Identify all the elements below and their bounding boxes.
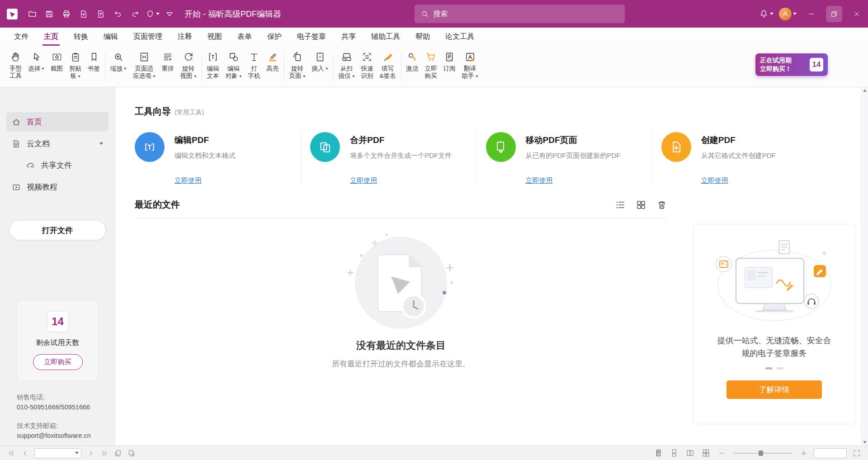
use-now-link[interactable]: 立即使用 xyxy=(526,176,553,185)
ribbon-from-scanner[interactable]: 从扫 描仪 xyxy=(335,49,358,80)
next-view-icon[interactable] xyxy=(126,448,137,459)
menu-esign[interactable]: 电子签章 xyxy=(289,28,334,46)
menu-share[interactable]: 共享 xyxy=(334,28,363,46)
ribbon-typewriter[interactable]: 打 字机 xyxy=(245,49,264,80)
ribbon-hand-tool[interactable]: 手型 工具 xyxy=(6,49,25,80)
menu-home[interactable]: 主页 xyxy=(36,28,66,46)
sidebar-item-home[interactable]: 首页 xyxy=(6,112,108,132)
single-page-view-icon[interactable] xyxy=(652,448,664,459)
menu-accessibility[interactable]: 辅助工具 xyxy=(363,28,408,46)
print-icon[interactable] xyxy=(58,5,75,23)
ribbon-select[interactable]: 选择 xyxy=(25,49,47,72)
first-page-icon[interactable] xyxy=(5,448,17,459)
next-page-icon[interactable] xyxy=(85,448,97,459)
menu-page-organize[interactable]: 页面管理 xyxy=(126,28,170,46)
previous-view-icon[interactable] xyxy=(112,448,124,459)
ribbon-fill-sign[interactable]: 填写 &签名 xyxy=(377,49,399,80)
zoom-slider[interactable] xyxy=(733,453,792,454)
customize-toolbar-icon[interactable] xyxy=(161,5,178,23)
use-now-link[interactable]: 立即使用 xyxy=(350,176,377,185)
sidebar-item-cloud-docs[interactable]: 云文档 xyxy=(6,134,108,153)
carousel-dot[interactable] xyxy=(765,367,773,370)
ribbon-buy-now[interactable]: 立即 购买 xyxy=(422,49,440,80)
use-now-link[interactable]: 立即使用 xyxy=(701,176,728,185)
zoom-out-icon[interactable] xyxy=(716,448,727,459)
tool-card-move-pdf-pages[interactable]: 移动PDF页面 从已有的PDF页面创建新的PDF 立即使用 xyxy=(476,130,652,185)
export-pdf-icon[interactable] xyxy=(75,5,92,23)
menu-edit[interactable]: 编辑 xyxy=(96,28,126,46)
notifications-bell-icon[interactable] xyxy=(758,5,775,23)
menu-comment[interactable]: 注释 xyxy=(170,28,200,46)
menu-view[interactable]: 视图 xyxy=(200,28,230,46)
use-now-link[interactable]: 立即使用 xyxy=(175,176,202,185)
save-icon[interactable] xyxy=(41,5,58,23)
menu-paper-tools[interactable]: 论文工具 xyxy=(438,28,482,46)
list-view-icon[interactable] xyxy=(615,199,626,210)
last-page-icon[interactable] xyxy=(99,448,110,459)
tool-card-merge-pdf[interactable]: 合并PDF 将多个文件合并生成一个PDF文件 立即使用 xyxy=(301,130,476,185)
search-bar[interactable] xyxy=(415,5,625,23)
tool-card-edit-pdf[interactable]: 编辑PDF 编辑文档和文本格式 立即使用 xyxy=(135,130,301,185)
ribbon-page-fit[interactable]: 页面适 应选项 xyxy=(130,49,159,80)
ribbon-rotate-view[interactable]: 旋转 视图 xyxy=(177,49,200,80)
open-file-button[interactable]: 打开文件 xyxy=(9,220,106,240)
tool-card-create-pdf[interactable]: 创建PDF 从其它格式文件创建PDF 立即使用 xyxy=(652,130,827,185)
zoom-in-icon[interactable] xyxy=(798,448,810,459)
carousel-dots[interactable] xyxy=(765,367,783,370)
ribbon-rotate-pages[interactable]: 旋转 页面 xyxy=(286,49,309,80)
ribbon-edit-text[interactable]: 编辑 文本 xyxy=(204,49,222,80)
menu-help[interactable]: 帮助 xyxy=(408,28,438,46)
ribbon-subscribe[interactable]: 订阅 xyxy=(440,49,459,72)
cloud-doc-icon xyxy=(12,139,21,148)
previous-page-icon[interactable] xyxy=(19,448,31,459)
close-button[interactable] xyxy=(845,0,868,28)
ribbon-edit-object[interactable]: 编辑 对象 xyxy=(222,49,245,80)
support-email-link[interactable]: support@foxitsoftware.cn xyxy=(17,431,91,441)
chevron-down-icon[interactable] xyxy=(75,452,79,454)
zoom-level-input[interactable] xyxy=(814,448,847,458)
open-file-icon[interactable] xyxy=(24,5,41,23)
page-number-box[interactable] xyxy=(34,448,81,458)
zoom-slider-thumb[interactable] xyxy=(759,451,763,456)
ribbon-insert[interactable]: 插入 xyxy=(309,49,331,72)
fullscreen-icon[interactable] xyxy=(851,448,863,459)
protect-tools-icon[interactable] xyxy=(144,5,161,23)
minimize-button[interactable] xyxy=(800,0,823,28)
ribbon-clipboard[interactable]: 剪贴 板 xyxy=(66,49,85,80)
continuous-view-icon[interactable] xyxy=(668,448,680,459)
continuous-facing-view-icon[interactable] xyxy=(700,448,712,459)
grid-view-icon[interactable] xyxy=(636,199,646,210)
restore-button[interactable] xyxy=(823,0,845,28)
learn-more-button[interactable]: 了解详情 xyxy=(726,380,822,399)
ribbon-reflow[interactable]: 重排 xyxy=(159,49,177,72)
page-number-input[interactable] xyxy=(35,450,75,456)
ribbon-activate[interactable]: 激活 xyxy=(403,49,422,72)
ribbon-zoom[interactable]: 缩放 xyxy=(107,49,130,72)
undo-icon[interactable] xyxy=(109,5,127,23)
ribbon-translate-assistant[interactable]: 翻译 助手 xyxy=(459,49,481,80)
menu-file[interactable]: 文件 xyxy=(6,28,36,46)
scroll-down-icon[interactable] xyxy=(863,441,867,444)
ribbon-quick-ocr[interactable]: 快速 识别 xyxy=(358,49,377,80)
trial-period-badge[interactable]: 正在试用期 立即购买！ 14 xyxy=(755,53,828,76)
ribbon-highlight[interactable]: 高亮 xyxy=(264,49,282,72)
trash-icon[interactable] xyxy=(656,199,667,210)
facing-view-icon[interactable] xyxy=(684,448,696,459)
account-avatar[interactable] xyxy=(775,5,800,23)
carousel-dot[interactable] xyxy=(776,367,783,370)
ribbon-bookmark[interactable]: 书签 xyxy=(85,49,103,72)
search-input[interactable] xyxy=(434,10,618,18)
sidebar-item-shared-files[interactable]: 共享文件 xyxy=(21,156,108,175)
redo-icon[interactable] xyxy=(127,5,144,23)
menu-bar: 文件 主页 转换 编辑 页面管理 注释 视图 表单 保护 电子签章 共享 辅助工… xyxy=(0,28,868,46)
ribbon-snapshot[interactable]: 截图 xyxy=(47,49,66,72)
vertical-scrollbar[interactable] xyxy=(861,87,868,446)
menu-convert[interactable]: 转换 xyxy=(66,28,96,46)
buy-now-button[interactable]: 立即购买 xyxy=(33,354,83,370)
scroll-up-icon[interactable] xyxy=(863,89,867,92)
chevron-down-icon[interactable] xyxy=(99,142,103,145)
share-doc-icon[interactable] xyxy=(92,5,109,23)
sidebar-item-video-tutorials[interactable]: 视频教程 xyxy=(6,177,108,197)
menu-protect[interactable]: 保护 xyxy=(259,28,289,46)
menu-form[interactable]: 表单 xyxy=(230,28,259,46)
